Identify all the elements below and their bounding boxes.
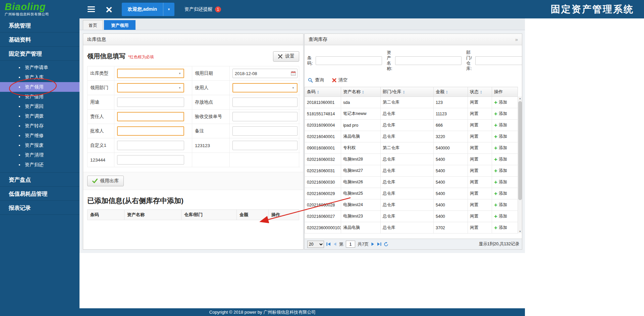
sort-icon[interactable] [362, 90, 364, 94]
barcode-cell: 020216060029 [305, 188, 341, 199]
last-page-button[interactable] [377, 242, 381, 246]
add-label: 添加 [499, 145, 507, 151]
add-button[interactable]: +添加 [494, 145, 507, 151]
return-reminder-link[interactable]: 资产归还提醒 1 [184, 6, 221, 12]
next-page-button[interactable] [371, 242, 375, 246]
sidebar-subitem[interactable]: 资产领用 [0, 82, 79, 92]
sidebar-subitem[interactable]: 资产归还 [0, 160, 79, 170]
search-group-asset-name: 资产名称: [387, 50, 462, 71]
add-button[interactable]: +添加 [494, 225, 507, 231]
asset-name-input[interactable] [395, 56, 462, 65]
copyright-text: Copyright © 2018 power by 广州标领信息科技有限公司 [209, 309, 316, 315]
dept-cell: 总仓库 [381, 120, 434, 131]
sidebar-item-basic-data[interactable]: 基础资料 [0, 33, 79, 47]
settings-button[interactable]: 设置 [273, 51, 299, 62]
add-label: 添加 [499, 134, 507, 139]
add-button[interactable]: +添加 [494, 191, 507, 196]
sidebar-subitem[interactable]: 资产转存 [0, 121, 79, 131]
form-label: 领用日期 [192, 66, 230, 81]
calendar-icon[interactable] [291, 71, 296, 76]
add-button[interactable]: +添加 [494, 134, 507, 139]
sidebar-subitem[interactable]: 资产申请单 [0, 63, 79, 72]
add-button[interactable]: +添加 [494, 168, 507, 174]
column-header-dept-warehouse[interactable]: 部门/仓库 [381, 87, 434, 97]
inventory-row: 020216040001液晶电脑总仓库3220闲置+添加 [305, 131, 518, 142]
page-size-select[interactable]: 20 [307, 241, 324, 248]
page-number-input[interactable] [346, 241, 355, 248]
sidebar-item-asset-inventory[interactable]: 资产盘点 [0, 173, 79, 187]
barcode-input[interactable] [316, 56, 382, 65]
sidebar-subitem[interactable]: 资产维修 [0, 131, 79, 140]
close-icon[interactable]: × [106, 4, 112, 15]
checkout-button[interactable]: 领用出库 [87, 176, 124, 186]
add-button[interactable]: +添加 [494, 156, 507, 162]
sidebar-subitem[interactable]: 资产退回 [0, 102, 79, 111]
sort-icon[interactable] [317, 90, 319, 94]
refresh-icon[interactable] [384, 242, 388, 247]
sidebar-item-system-management[interactable]: 系统管理 [0, 18, 79, 33]
search-button[interactable]: 查询 [308, 77, 324, 83]
dept-cell: 总仓库 [381, 222, 434, 234]
form-input[interactable] [232, 126, 298, 136]
barcode-cell: 020216060027 [305, 211, 341, 222]
add-button[interactable]: +添加 [494, 202, 507, 208]
menu-icon[interactable] [88, 6, 95, 12]
sidebar-item-consumables-management[interactable]: 低值易耗品管理 [0, 187, 79, 201]
dept-warehouse-input[interactable] [475, 56, 522, 65]
column-header-status[interactable]: 状态 [468, 87, 492, 97]
sidebar-subitem[interactable]: 资产调拨 [0, 111, 79, 121]
form-input[interactable] [232, 141, 298, 150]
clear-button[interactable]: 清空 [332, 77, 347, 83]
form-input[interactable] [117, 155, 184, 165]
form-value-cell [114, 153, 192, 167]
sidebar-item-report-records[interactable]: 报表记录 [0, 201, 79, 215]
add-button[interactable]: +添加 [494, 179, 507, 185]
form-input[interactable] [117, 126, 184, 136]
date-input[interactable] [232, 69, 298, 78]
column-header-amount[interactable]: 金额 [434, 87, 468, 97]
sidebar-item-fixed-asset-management[interactable]: 固定资产管理 [0, 47, 79, 61]
form-select[interactable]: ▼ [117, 83, 184, 92]
column-header-barcode[interactable]: 条码 [305, 87, 341, 97]
vertical-scrollbar[interactable]: ▲ ▼ [518, 97, 522, 233]
sidebar-subitem[interactable]: 资产报废 [0, 140, 79, 150]
form-label [192, 153, 230, 167]
sort-icon[interactable] [480, 90, 482, 94]
plus-icon: + [494, 191, 497, 196]
sort-icon[interactable] [403, 90, 405, 94]
sidebar-subitem[interactable]: 资产清理 [0, 150, 79, 160]
sidebar-subitem-label: 资产借用 [25, 94, 44, 100]
form-select[interactable]: ▼ [232, 83, 298, 92]
tab-asset-requisition[interactable]: 资产领用 [104, 20, 136, 30]
add-button[interactable]: +添加 [494, 111, 507, 117]
form-input[interactable] [117, 98, 184, 107]
form-input[interactable] [117, 141, 184, 150]
barcode-cell: 020223600000103 [305, 222, 341, 234]
tab-bar: 首页 资产领用 [79, 18, 525, 30]
sidebar-subitem[interactable]: 资产借用 [0, 92, 79, 102]
tab-home[interactable]: 首页 [83, 20, 103, 30]
column-header-asset-name[interactable]: 资产名称 [341, 87, 381, 97]
sidebar-subitem[interactable]: 资产入库 [0, 72, 79, 82]
form-input[interactable] [232, 112, 298, 121]
prev-page-button[interactable] [333, 242, 337, 246]
add-button[interactable]: +添加 [494, 100, 507, 105]
form-value-cell [230, 66, 300, 81]
column-header-asset-name: 资产名称 [124, 210, 181, 220]
scrollbar-thumb[interactable] [518, 101, 522, 200]
date-field [232, 69, 298, 78]
sort-icon[interactable] [446, 90, 448, 94]
add-button[interactable]: +添加 [494, 122, 507, 128]
first-page-button[interactable] [326, 242, 331, 246]
form-input[interactable] [232, 98, 298, 107]
bullet-icon [19, 86, 20, 88]
form-input[interactable] [117, 112, 184, 121]
dept-cell: 总仓库 [381, 108, 434, 120]
welcome-dropdown[interactable]: 欢迎您,admin ▼ [122, 3, 174, 16]
scroll-up-icon[interactable]: ▲ [518, 97, 522, 100]
scroll-down-icon[interactable]: ▼ [518, 230, 522, 233]
add-button[interactable]: +添加 [494, 213, 507, 219]
collapse-icon[interactable]: » [515, 34, 518, 45]
add-label: 添加 [499, 225, 507, 231]
form-select[interactable]: ▼ [117, 69, 184, 78]
